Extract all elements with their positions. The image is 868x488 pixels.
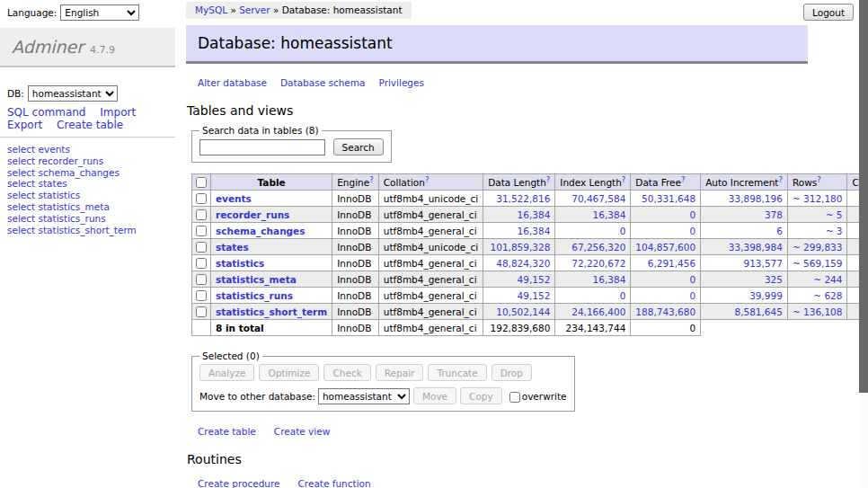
- create-table-link[interactable]: Create table: [198, 426, 256, 437]
- data-free-link[interactable]: 0: [689, 209, 695, 220]
- table-name-link[interactable]: schema_changes: [216, 226, 306, 236]
- select-all-checkbox[interactable]: [196, 177, 207, 188]
- rows-link[interactable]: ~ 569,159: [793, 258, 843, 269]
- index-length-link[interactable]: 16,384: [593, 209, 626, 220]
- rows-link[interactable]: ~ 244: [813, 274, 842, 285]
- rows-link[interactable]: ~ 299,833: [793, 242, 843, 253]
- truncate-button[interactable]: Truncate: [428, 364, 486, 381]
- auto-increment-link[interactable]: 325: [765, 274, 783, 285]
- data-length-link[interactable]: 49,152: [518, 290, 551, 301]
- index-length-link[interactable]: 0: [620, 226, 626, 236]
- sidebar-select-statistics-short-term[interactable]: select statistics_short_term: [7, 225, 137, 235]
- table-name-link[interactable]: recorder_runs: [216, 209, 289, 220]
- sidebar-link-export[interactable]: Export: [7, 119, 42, 131]
- auto-increment-link[interactable]: 6: [776, 226, 783, 236]
- create-procedure-link[interactable]: Create procedure: [198, 478, 280, 488]
- help-link[interactable]: ?: [369, 174, 374, 183]
- row-checkbox[interactable]: [196, 193, 207, 204]
- logout-button[interactable]: Logout: [803, 4, 854, 21]
- auto-increment-link[interactable]: 33,898,196: [729, 193, 783, 204]
- data-length-link[interactable]: 49,152: [518, 274, 551, 285]
- row-checkbox[interactable]: [196, 306, 207, 317]
- data-free-link[interactable]: 0: [689, 290, 695, 301]
- search-button[interactable]: Search: [333, 138, 384, 155]
- data-length-link[interactable]: 101,859,328: [491, 242, 551, 253]
- sidebar-select-statistics-meta[interactable]: select statistics_meta: [7, 201, 110, 212]
- sidebar-select-recorder-runs[interactable]: select recorder_runs: [7, 155, 103, 166]
- analyze-button[interactable]: Analyze: [199, 364, 254, 381]
- table-name-link[interactable]: statistics_meta: [216, 274, 297, 285]
- row-checkbox[interactable]: [196, 290, 207, 301]
- db-select[interactable]: homeassistant: [28, 85, 118, 102]
- index-length-link[interactable]: 24,166,400: [571, 306, 625, 317]
- data-free-link[interactable]: 50,331,648: [642, 193, 695, 204]
- check-button[interactable]: Check: [323, 364, 370, 381]
- table-name-link[interactable]: statistics: [216, 258, 264, 269]
- data-free-link[interactable]: 0: [689, 274, 695, 285]
- sidebar-select-events[interactable]: select events: [7, 144, 70, 155]
- data-free-link[interactable]: 6,291,456: [648, 258, 695, 269]
- data-free-link[interactable]: 104,857,600: [635, 242, 695, 253]
- rows-link[interactable]: ~ 3: [826, 226, 843, 236]
- create-view-link[interactable]: Create view: [274, 426, 330, 437]
- help-link[interactable]: ?: [622, 174, 626, 183]
- row-checkbox[interactable]: [196, 242, 207, 253]
- data-length-link[interactable]: 16,384: [518, 209, 551, 220]
- row-checkbox[interactable]: [196, 226, 207, 236]
- help-link[interactable]: ?: [778, 174, 783, 183]
- repair-button[interactable]: Repair: [376, 364, 424, 381]
- scrollbar-thumb[interactable]: [859, 0, 868, 393]
- sidebar-select-statistics-runs[interactable]: select statistics_runs: [7, 213, 106, 224]
- row-checkbox[interactable]: [196, 274, 207, 285]
- index-length-link[interactable]: 70,467,584: [571, 193, 625, 204]
- rows-link[interactable]: ~ 312,180: [793, 193, 843, 204]
- move-db-select[interactable]: homeassistant: [318, 388, 410, 404]
- rows-link[interactable]: ~ 136,108: [793, 306, 843, 317]
- help-link[interactable]: ?: [681, 174, 686, 183]
- table-name-link[interactable]: states: [216, 242, 249, 253]
- search-input[interactable]: [199, 139, 325, 155]
- help-link[interactable]: ?: [817, 174, 821, 183]
- data-free-link[interactable]: 0: [689, 226, 695, 236]
- sidebar-select-statistics[interactable]: select statistics: [7, 190, 80, 200]
- help-link[interactable]: ?: [546, 174, 551, 183]
- rows-link[interactable]: ~ 5: [826, 209, 843, 220]
- sidebar-select-states[interactable]: select states: [7, 178, 67, 189]
- sidebar-link-import[interactable]: Import: [100, 106, 136, 119]
- index-length-link[interactable]: 72,220,672: [571, 258, 625, 269]
- index-length-link[interactable]: 67,256,320: [571, 242, 625, 253]
- optimize-button[interactable]: Optimize: [259, 364, 319, 381]
- alter-database-link[interactable]: Alter database: [198, 77, 267, 88]
- sidebar-link-sql-command[interactable]: SQL command: [7, 106, 85, 119]
- table-name-link[interactable]: statistics_runs: [216, 290, 293, 301]
- data-length-link[interactable]: 16,384: [518, 226, 551, 236]
- create-function-link[interactable]: Create function: [298, 478, 371, 488]
- row-checkbox[interactable]: [196, 258, 207, 269]
- breadcrumb-link-mysql[interactable]: MySQL: [195, 4, 227, 15]
- data-free-link[interactable]: 188,743,680: [635, 306, 695, 317]
- auto-increment-link[interactable]: 8,581,645: [734, 306, 782, 317]
- database-schema-link[interactable]: Database schema: [280, 77, 365, 88]
- table-name-link[interactable]: statistics_short_term: [216, 306, 327, 317]
- index-length-link[interactable]: 0: [620, 290, 626, 301]
- privileges-link[interactable]: Privileges: [378, 77, 424, 88]
- drop-button[interactable]: Drop: [492, 364, 532, 381]
- row-checkbox[interactable]: [196, 209, 207, 220]
- overwrite-checkbox[interactable]: [509, 392, 520, 403]
- language-select[interactable]: English: [60, 4, 139, 21]
- table-name-link[interactable]: events: [216, 193, 252, 204]
- auto-increment-link[interactable]: 913,577: [744, 258, 783, 269]
- data-length-link[interactable]: 48,824,320: [496, 258, 550, 269]
- copy-button[interactable]: Copy: [460, 387, 502, 404]
- breadcrumb-link-server[interactable]: Server: [239, 4, 270, 15]
- move-button[interactable]: Move: [413, 387, 456, 404]
- auto-increment-link[interactable]: 39,999: [749, 290, 783, 301]
- auto-increment-link[interactable]: 378: [765, 209, 783, 220]
- data-length-link[interactable]: 10,502,144: [496, 306, 550, 317]
- sidebar-select-schema-changes[interactable]: select schema_changes: [7, 167, 120, 178]
- index-length-link[interactable]: 16,384: [593, 274, 626, 285]
- help-link[interactable]: ?: [425, 174, 430, 183]
- sidebar-link-create-table[interactable]: Create table: [57, 119, 123, 131]
- data-length-link[interactable]: 31,522,816: [496, 193, 550, 204]
- auto-increment-link[interactable]: 33,398,984: [729, 242, 783, 253]
